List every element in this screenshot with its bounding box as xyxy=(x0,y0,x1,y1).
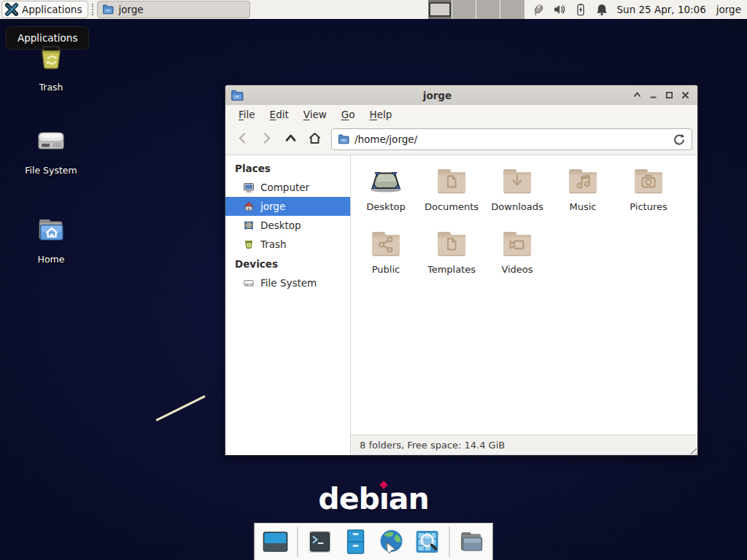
maximize-button[interactable] xyxy=(662,89,676,102)
music-folder-icon xyxy=(565,163,600,198)
window-body: PlacesComputerjorgeDesktopTrashDevicesFi… xyxy=(225,155,697,455)
globe-browser-icon xyxy=(378,528,406,556)
dock-panel xyxy=(255,523,493,560)
forward-button[interactable] xyxy=(255,128,279,150)
file-item-videos[interactable]: Videos xyxy=(484,223,550,286)
panel-clock[interactable]: Sun 25 Apr, 10:06 xyxy=(617,4,706,15)
web-browser-launcher[interactable] xyxy=(378,528,406,556)
chevron-right-icon xyxy=(260,131,274,148)
shade-button[interactable] xyxy=(630,89,643,102)
panel-handle-separator xyxy=(92,4,93,15)
file-item-label: Documents xyxy=(419,201,484,212)
notifications-bell-icon[interactable] xyxy=(595,3,608,16)
desktop-window-icon xyxy=(262,528,290,556)
desktop-icon-trash[interactable]: Trash xyxy=(16,41,86,93)
close-button[interactable] xyxy=(678,89,692,102)
file-item-templates[interactable]: Templates xyxy=(419,223,484,286)
file-view[interactable]: DesktopDocumentsDownloadsMusicPicturesPu… xyxy=(351,155,697,435)
toolbar: /home/jorge/ xyxy=(225,124,697,155)
status-bar: 8 folders, Free space: 14.4 GiB xyxy=(351,435,697,455)
sidebar-item-file-system[interactable]: File System xyxy=(225,273,350,292)
file-item-downloads[interactable]: Downloads xyxy=(484,160,550,223)
path-input[interactable]: /home/jorge/ xyxy=(355,133,667,145)
desktop-settings-launcher[interactable] xyxy=(262,528,290,556)
videos-folder-icon xyxy=(500,226,535,261)
battery-charging-icon[interactable] xyxy=(574,3,587,16)
applications-menu-button[interactable]: Applications xyxy=(1,1,88,18)
folder-launcher[interactable] xyxy=(458,528,486,556)
menu-bar: FileEditViewGoHelp xyxy=(225,105,697,124)
desktop-folder-icon xyxy=(368,163,403,198)
resize-grip[interactable] xyxy=(687,445,697,454)
sidebar-item-label: Computer xyxy=(260,182,309,193)
home-button[interactable] xyxy=(303,128,327,150)
desktop-icon-label: Home xyxy=(16,254,86,265)
menu-view[interactable]: View xyxy=(296,106,334,123)
file-item-label: Desktop xyxy=(353,201,419,212)
applications-menu-label: Applications xyxy=(22,4,82,15)
desktop-icon-file-system[interactable]: File System xyxy=(16,124,86,176)
home-icon xyxy=(243,201,255,212)
minimize-button[interactable] xyxy=(646,89,659,102)
main-column: DesktopDocumentsDownloadsMusicPicturesPu… xyxy=(351,155,697,455)
window-title: jorge xyxy=(247,90,627,101)
file-item-pictures[interactable]: Pictures xyxy=(616,160,681,223)
sidebar-item-trash[interactable]: Trash xyxy=(225,235,350,254)
file-item-music[interactable]: Music xyxy=(550,160,616,223)
sidebar-item-desktop[interactable]: Desktop xyxy=(225,216,350,235)
reload-icon[interactable] xyxy=(673,133,686,146)
minimize-icon xyxy=(649,90,658,100)
terminal-icon xyxy=(306,528,334,556)
workspace-2[interactable] xyxy=(452,0,476,19)
file-item-label: Videos xyxy=(484,264,550,275)
desktop-screen: Applications jorge Sun 25 Apr, 10:06 jor… xyxy=(0,0,747,560)
file-item-label: Music xyxy=(550,201,616,212)
menu-edit[interactable]: Edit xyxy=(263,106,296,123)
file-manager-launcher[interactable] xyxy=(342,528,370,556)
close-icon xyxy=(681,90,690,100)
sidebar-item-label: jorge xyxy=(260,201,285,212)
sidebar-item-computer[interactable]: Computer xyxy=(225,178,350,197)
workspace-3[interactable] xyxy=(476,0,500,19)
titlebar-buttons xyxy=(627,89,697,102)
app-finder-launcher[interactable] xyxy=(414,528,441,556)
workspace-switcher[interactable] xyxy=(428,0,525,19)
desktop-icon-label: Trash xyxy=(16,82,86,93)
workspace-1[interactable] xyxy=(428,0,452,19)
panel-user-label[interactable]: jorge xyxy=(716,4,741,15)
volume-icon[interactable] xyxy=(553,3,566,16)
workspace-4[interactable] xyxy=(500,0,524,19)
sidebar: PlacesComputerjorgeDesktopTrashDevicesFi… xyxy=(225,155,351,455)
mouse-icon[interactable] xyxy=(532,3,545,16)
up-button[interactable] xyxy=(279,128,303,150)
shade-icon xyxy=(632,90,642,100)
sidebar-item-jorge[interactable]: jorge xyxy=(225,197,350,216)
sidebar-header-places: Places xyxy=(225,158,350,178)
file-cabinet-icon xyxy=(342,528,370,556)
back-button[interactable] xyxy=(231,128,255,150)
file-item-documents[interactable]: Documents xyxy=(419,160,484,223)
dock-separator xyxy=(449,526,450,557)
path-bar[interactable]: /home/jorge/ xyxy=(331,128,692,150)
terminal-launcher[interactable] xyxy=(306,528,334,556)
menu-file[interactable]: File xyxy=(231,106,263,123)
filesystem-drive-icon xyxy=(34,124,69,159)
drive-icon xyxy=(243,277,255,289)
file-item-label: Pictures xyxy=(616,201,681,212)
menu-help[interactable]: Help xyxy=(363,106,400,123)
chevron-up-icon xyxy=(284,131,298,148)
downloads-folder-icon xyxy=(500,163,535,198)
window-folder-icon xyxy=(231,89,244,102)
home-folder-icon xyxy=(34,213,69,248)
desktop-icon-home[interactable]: Home xyxy=(16,213,86,265)
maximize-icon xyxy=(665,90,674,100)
debian-logo-red-diamond xyxy=(380,481,388,489)
blue-folder-icon xyxy=(102,4,114,15)
file-item-public[interactable]: Public xyxy=(353,223,419,286)
menu-go[interactable]: Go xyxy=(334,106,363,123)
computer-icon xyxy=(243,182,255,193)
file-item-desktop[interactable]: Desktop xyxy=(353,160,419,223)
taskbar-window-button[interactable]: jorge xyxy=(97,1,250,18)
path-folder-icon xyxy=(338,133,349,145)
window-titlebar[interactable]: jorge xyxy=(225,85,697,105)
